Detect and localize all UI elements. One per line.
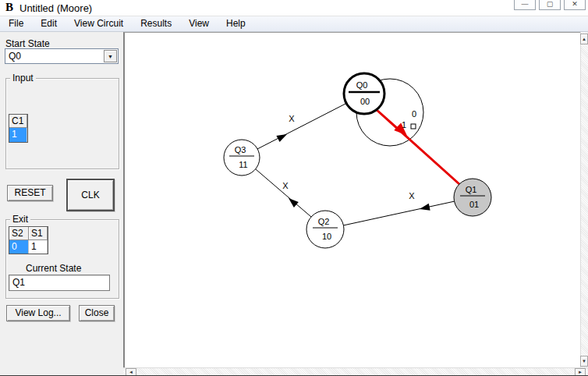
window-title: Untitled (Moore) <box>19 2 92 14</box>
exit-header-s2[interactable]: S2 <box>9 227 29 240</box>
menu-help[interactable]: Help <box>218 16 254 31</box>
horizontal-scrollbar[interactable] <box>123 367 588 376</box>
maximize-button[interactable]: ▢ <box>539 0 561 10</box>
scroll-down-icon: ▼ <box>582 359 586 364</box>
exit-value-s1[interactable]: 1 <box>29 240 48 254</box>
state-q0-name: Q0 <box>356 80 368 90</box>
input-grid: C1 1 <box>9 114 28 143</box>
application-window: B Untitled (Moore) — ▢ ✕ File Edit View … <box>0 0 588 376</box>
menu-file[interactable]: File <box>0 16 32 31</box>
edge-label-q0-q1: 1 <box>402 120 406 129</box>
exit-value-s2[interactable]: 0 <box>9 240 29 254</box>
transition-q3-q0-line <box>257 104 345 149</box>
start-state-combobox[interactable]: Q0 ▼ <box>5 48 119 64</box>
state-q3-name: Q3 <box>235 145 246 154</box>
arrowhead-q3-q0 <box>276 131 289 142</box>
minimize-button[interactable]: — <box>514 0 536 10</box>
scroll-right-button[interactable]: ► <box>575 368 586 376</box>
state-q3-output: 11 <box>239 160 247 169</box>
exit-header-s1[interactable]: S1 <box>29 227 48 240</box>
view-log-button[interactable]: View Log... <box>6 305 70 321</box>
scroll-left-icon: ◄ <box>129 370 133 374</box>
close-icon: ✕ <box>572 0 578 8</box>
input-column-header[interactable]: C1 <box>9 115 27 128</box>
state-q0[interactable]: Q0 00 <box>344 73 384 114</box>
scroll-left-button[interactable]: ◄ <box>126 368 136 376</box>
scroll-up-icon: ▲ <box>582 37 586 41</box>
title-bar: B Untitled (Moore) — ▢ ✕ <box>0 0 588 16</box>
minimize-icon: — <box>522 0 529 8</box>
menu-bar: File Edit View Circuit Results View Help <box>0 16 588 32</box>
combobox-dropdown-button[interactable]: ▼ <box>104 50 117 62</box>
arrowhead-q1-q2 <box>419 204 430 213</box>
edge-label-q1-q2: X <box>409 191 415 200</box>
start-state-value: Q0 <box>9 51 21 62</box>
state-diagram: Q0 00 Q3 11 Q2 10 Q1 01 <box>125 33 580 367</box>
state-q0-circle[interactable] <box>344 73 384 114</box>
edge-label-q3-q0: X <box>289 114 295 123</box>
transition-q2-q3-line <box>256 169 311 217</box>
edge-label-q0-selfloop: 0 <box>412 109 416 119</box>
input-value-cell[interactable]: 1 <box>9 128 27 142</box>
input-group-label: Input <box>10 73 36 83</box>
scroll-right-icon: ► <box>578 370 583 374</box>
transition-handle-square[interactable] <box>411 124 416 129</box>
start-state-label: Start State <box>5 38 50 49</box>
active-transition-q0-q1-line <box>376 109 459 184</box>
scroll-down-button[interactable]: ▼ <box>580 356 588 367</box>
clk-button[interactable]: CLK <box>66 179 115 211</box>
exit-group-label: Exit <box>10 214 30 225</box>
vertical-scrollbar[interactable] <box>580 32 588 367</box>
maximize-icon: ▢ <box>547 0 554 8</box>
current-state-field[interactable]: Q1 <box>9 275 110 291</box>
transition-q1-q2-line <box>343 201 455 225</box>
close-window-button[interactable]: ✕ <box>564 0 586 10</box>
app-icon: B <box>5 1 13 14</box>
chevron-down-icon: ▼ <box>108 54 113 59</box>
state-q2-name: Q2 <box>318 217 330 226</box>
reset-button[interactable]: RESET <box>7 185 53 201</box>
state-q1-name: Q1 <box>466 185 477 194</box>
state-q2-output: 10 <box>322 232 331 241</box>
state-q0-output: 00 <box>360 97 370 106</box>
state-q2[interactable]: Q2 10 <box>306 211 344 248</box>
scroll-up-button[interactable]: ▲ <box>580 34 588 44</box>
close-button[interactable]: Close <box>79 305 115 321</box>
edge-label-q2-q3: X <box>282 181 289 190</box>
menu-view[interactable]: View <box>180 16 218 31</box>
menu-view-circuit[interactable]: View Circuit <box>66 16 132 31</box>
state-q1[interactable]: Q1 01 <box>454 179 491 216</box>
state-q1-output: 01 <box>469 200 479 209</box>
state-q3[interactable]: Q3 11 <box>224 140 260 176</box>
state-diagram-canvas[interactable]: Q0 00 Q3 11 Q2 10 Q1 01 <box>123 32 580 367</box>
exit-grid: S2 S1 0 1 <box>9 226 48 254</box>
menu-edit[interactable]: Edit <box>32 16 66 31</box>
menu-results[interactable]: Results <box>132 16 180 31</box>
current-state-label: Current State <box>26 263 81 274</box>
